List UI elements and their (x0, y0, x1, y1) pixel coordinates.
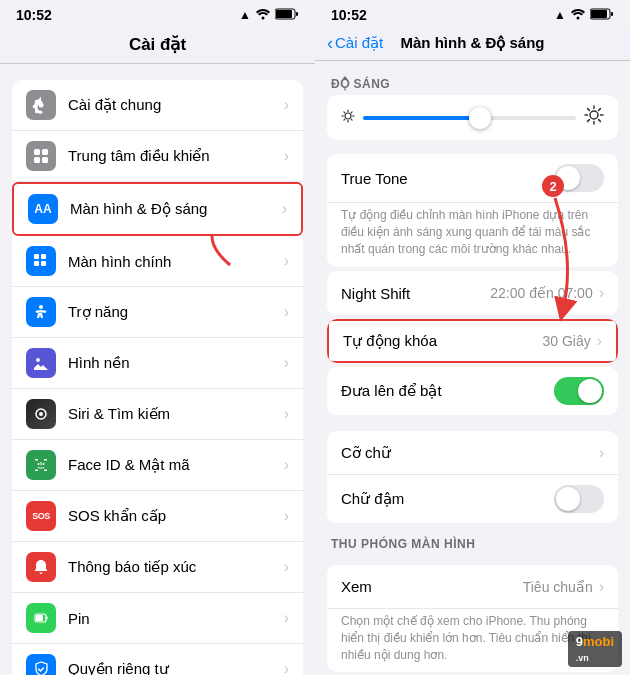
icon-man-hinh: AA (28, 194, 58, 224)
status-icons-left: ▲ (239, 8, 299, 23)
label-trung-tam: Trung tâm điều khiển (68, 147, 280, 165)
row-xem[interactable]: Xem Tiêu chuẩn › (327, 565, 618, 609)
right-phone-panel: 10:52 ▲ (315, 0, 630, 675)
back-button[interactable]: ‹ Cài đặt (327, 33, 383, 54)
nav-title-left: Cài đặt (129, 34, 186, 55)
toggle-chu-dam[interactable] (554, 485, 604, 513)
tu-dong-khoa-value: 30 Giây (542, 333, 590, 349)
icon-pin (26, 603, 56, 633)
chevron-pin: › (284, 609, 289, 627)
svg-point-44 (590, 111, 598, 119)
svg-rect-33 (591, 10, 607, 18)
label-dua-len: Đưa lên để bật (341, 382, 554, 400)
chevron-night-shift: › (599, 284, 604, 302)
chevron-quyen-rieng-tu: › (284, 660, 289, 675)
label-co-chu: Cỡ chữ (341, 444, 595, 462)
svg-rect-11 (34, 261, 39, 266)
row-tu-dong-khoa[interactable]: Tự động khóa 30 Giây › (327, 319, 618, 363)
brightness-low-icon (341, 109, 355, 126)
toggle-knob-chu-dam (556, 487, 580, 511)
svg-rect-6 (42, 149, 48, 155)
brightness-slider[interactable] (363, 116, 576, 120)
svg-point-35 (345, 113, 351, 119)
svg-line-51 (599, 109, 601, 111)
value-tu-dong-khoa: 30 Giây › (542, 332, 602, 350)
label-face-id: Face ID & Mật mã (68, 456, 280, 474)
row-tro-nang[interactable]: Trợ năng › (12, 287, 303, 338)
left-phone-panel: 10:52 ▲ (0, 0, 315, 675)
toggle-true-tone[interactable] (554, 164, 604, 192)
back-label: Cài đặt (335, 34, 383, 52)
svg-rect-17 (35, 459, 38, 461)
svg-point-21 (38, 463, 40, 465)
wifi-icon-right (570, 8, 586, 23)
row-chu-dam[interactable]: Chữ đậm (327, 475, 618, 523)
icon-thong-bao (26, 552, 56, 582)
chevron-co-chu: › (599, 444, 604, 462)
label-hinh-nen: Hình nền (68, 354, 280, 372)
label-true-tone: True Tone (341, 170, 554, 187)
label-man-hinh-chinh: Màn hình chính (68, 253, 280, 270)
chevron-tro-nang: › (284, 303, 289, 321)
time-left: 10:52 (16, 7, 52, 23)
row-pin[interactable]: Pin › (12, 593, 303, 644)
brightness-control[interactable] (327, 95, 618, 140)
chevron-sos: › (284, 507, 289, 525)
svg-rect-25 (36, 615, 43, 621)
label-tro-nang: Trợ năng (68, 303, 280, 321)
row-hinh-nen[interactable]: Hình nền › (12, 338, 303, 389)
icon-man-hinh-chinh (26, 246, 56, 276)
row-face-id[interactable]: Face ID & Mật mã › (12, 440, 303, 491)
label-siri: Siri & Tìm kiếm (68, 405, 280, 423)
nav-title-right: Màn hình & Độ sáng (401, 34, 545, 52)
signal-icon: ▲ (239, 8, 251, 22)
section-header-thu-phong: THU PHÓNG MÀN HÌNH (315, 529, 630, 555)
row-trung-tam[interactable]: Trung tâm điều khiển › (12, 131, 303, 182)
value-xem: Tiêu chuẩn › (523, 578, 604, 596)
row-man-hinh-chinh[interactable]: Màn hình chính › (12, 236, 303, 287)
icon-trung-tam (26, 141, 56, 171)
label-night-shift: Night Shift (341, 285, 490, 302)
signal-icon-right: ▲ (554, 8, 566, 22)
status-icons-right: ▲ (554, 8, 614, 23)
brightness-thumb[interactable] (469, 107, 491, 129)
svg-line-52 (588, 120, 590, 122)
row-thong-bao[interactable]: Thông báo tiếp xúc › (12, 542, 303, 593)
row-true-tone[interactable]: True Tone (327, 154, 618, 203)
row-siri[interactable]: Siri & Tìm kiếm › (12, 389, 303, 440)
row-sos[interactable]: SOS SOS khẩn cấp › (12, 491, 303, 542)
svg-rect-19 (35, 470, 38, 472)
toggle-dua-len[interactable] (554, 377, 604, 405)
toggle-knob-true-tone (556, 166, 580, 190)
icon-siri (26, 399, 56, 429)
row-quyen-rieng-tu[interactable]: Quyền riêng tư › (12, 644, 303, 675)
brightness-high-icon (584, 105, 604, 130)
row-night-shift[interactable]: Night Shift 22:00 đến 07:00 › (327, 271, 618, 315)
settings-content-right: ĐỘ SÁNG (315, 61, 630, 675)
chevron-cai-dat-chung: › (284, 96, 289, 114)
row-co-chu[interactable]: Cỡ chữ › (327, 431, 618, 475)
label-thong-bao: Thông báo tiếp xúc (68, 558, 280, 576)
svg-rect-20 (44, 470, 47, 472)
group-true-tone: True Tone Tự động điều chỉnh màn hình iP… (327, 154, 618, 267)
status-bar-right: 10:52 ▲ (315, 0, 630, 28)
chevron-hinh-nen: › (284, 354, 289, 372)
nav-bar-right: ‹ Cài đặt Màn hình & Độ sáng (315, 28, 630, 61)
row-man-hinh[interactable]: AA Màn hình & Độ sáng › (12, 182, 303, 236)
svg-rect-2 (276, 10, 292, 18)
night-shift-value: 22:00 đến 07:00 (490, 285, 592, 301)
svg-point-14 (36, 358, 40, 362)
back-chevron-icon: ‹ (327, 33, 333, 54)
label-man-hinh: Màn hình & Độ sáng (70, 200, 278, 218)
svg-rect-8 (42, 157, 48, 163)
label-tu-dong-khoa: Tự động khóa (343, 332, 542, 350)
chevron-man-hinh: › (282, 200, 287, 218)
svg-rect-7 (34, 157, 40, 163)
row-cai-dat-chung[interactable]: Cài đặt chung › (12, 80, 303, 131)
status-bar-left: 10:52 ▲ (0, 0, 315, 28)
row-dua-len[interactable]: Đưa lên để bật (327, 367, 618, 415)
svg-line-40 (344, 112, 345, 113)
label-cai-dat-chung: Cài đặt chung (68, 96, 280, 114)
watermark: 9mobi.vn (568, 631, 622, 667)
settings-group-top: Cài đặt chung › Trung tâm điều khiển (12, 80, 303, 675)
